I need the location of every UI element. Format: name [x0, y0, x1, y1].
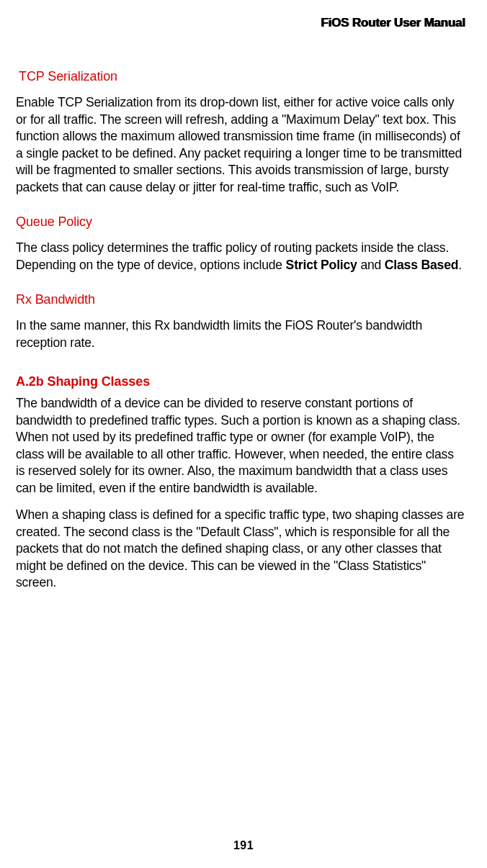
paragraph-shaping-1: The bandwidth of a device can be divided… [16, 395, 465, 497]
paragraph-rx-bandwidth: In the same manner, this Rx bandwidth li… [16, 317, 465, 351]
paragraph-queue-policy: The class policy determines the traffic … [16, 240, 465, 273]
document-title: FiOS Router User Manual [321, 16, 465, 30]
heading-shaping-classes: A.2b Shaping Classes [16, 374, 465, 389]
text-queue-suffix: . [458, 258, 462, 272]
page-content: TCP Serialization Enable TCP Serializati… [16, 69, 465, 592]
term-class-based: Class Based [385, 258, 458, 272]
document-page: FiOS Router User Manual TCP Serializatio… [0, 0, 487, 868]
heading-tcp-serialization: TCP Serialization [19, 69, 465, 84]
heading-queue-policy: Queue Policy [16, 214, 465, 230]
paragraph-tcp-serialization: Enable TCP Serialization from its drop-d… [16, 94, 465, 196]
text-queue-sep: and [357, 258, 385, 272]
heading-rx-bandwidth: Rx Bandwidth [16, 292, 465, 307]
page-number: 191 [0, 839, 487, 852]
paragraph-shaping-2: When a shaping class is defined for a sp… [16, 507, 465, 592]
term-strict-policy: Strict Policy [286, 258, 357, 272]
